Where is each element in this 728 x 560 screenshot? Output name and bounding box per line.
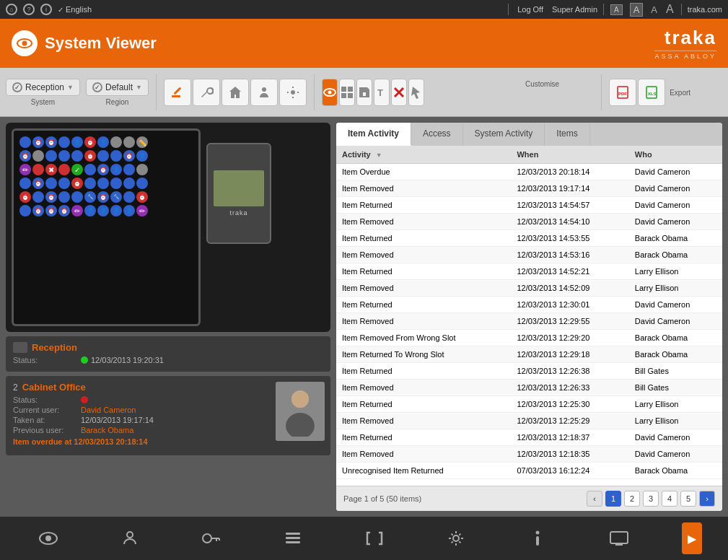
edit-tool-button[interactable] bbox=[164, 79, 191, 106]
page-1-button[interactable]: 1 bbox=[605, 491, 621, 507]
slot bbox=[71, 150, 83, 162]
who-cell: David Cameron bbox=[629, 429, 722, 446]
tab-item-activity[interactable]: Item Activity bbox=[336, 123, 411, 146]
grid-button[interactable] bbox=[339, 79, 355, 106]
slot: ✏ bbox=[19, 164, 31, 175]
col-activity[interactable]: Activity ▼ bbox=[336, 146, 511, 164]
table-row[interactable]: Item Removed 12/03/2013 12:29:55 David C… bbox=[336, 313, 722, 330]
person-tool-button[interactable] bbox=[250, 79, 278, 106]
bottom-bracket-button[interactable] bbox=[353, 520, 396, 556]
tab-access[interactable]: Access bbox=[411, 123, 463, 146]
table-row[interactable]: Item Returned To Wrong Slot 12/03/2013 1… bbox=[336, 346, 722, 363]
next-page-button[interactable]: › bbox=[699, 491, 715, 507]
font-size-icon: A bbox=[651, 4, 657, 15]
table-row[interactable]: Unrecognised Item Returned 07/03/2013 16… bbox=[336, 463, 722, 479]
system-selector[interactable]: ✓ Reception ▼ System bbox=[6, 79, 80, 106]
when-cell: 12/03/2013 12:29:55 bbox=[511, 313, 628, 330]
bottom-key-button[interactable] bbox=[190, 520, 233, 556]
slot bbox=[97, 150, 109, 162]
tab-system-activity[interactable]: System Activity bbox=[463, 123, 545, 146]
activity-cell: Item Returned bbox=[336, 429, 511, 446]
cabinet-info-panel: 2 Cabinet Office Status: Current user: D… bbox=[6, 376, 330, 455]
cabinet-visual: ⏰ ⏰ 👤 ⏰ 👤 ✏️ ⏰ ⏰ bbox=[6, 123, 330, 332]
svg-rect-32 bbox=[615, 543, 623, 546]
who-cell: David Cameron bbox=[629, 297, 722, 313]
table-row[interactable]: Item Overdue 12/03/2013 20:18:14 David C… bbox=[336, 164, 722, 180]
right-panel: Item Activity Access System Activity Ite… bbox=[336, 123, 722, 511]
table-row[interactable]: Item Removed 12/03/2013 12:25:29 Larry E… bbox=[336, 413, 722, 429]
col-when[interactable]: When bbox=[511, 146, 628, 164]
reader-unit: traka bbox=[206, 143, 271, 244]
activity-cell: Item Removed bbox=[336, 214, 511, 230]
bottom-person-button[interactable] bbox=[108, 520, 152, 556]
settings-tool-button[interactable] bbox=[279, 79, 307, 106]
slot: ⏰ bbox=[136, 191, 148, 203]
region-selector[interactable]: ✓ Default ▼ Region bbox=[86, 79, 149, 106]
pdf-button[interactable]: PDF bbox=[609, 79, 636, 106]
save-button[interactable] bbox=[356, 79, 372, 106]
page-5-button[interactable]: 5 bbox=[680, 491, 696, 507]
bottom-eye-button[interactable] bbox=[27, 520, 70, 556]
help-icon[interactable]: ? bbox=[23, 4, 35, 15]
table-row[interactable]: Item Returned 12/03/2013 14:53:55 Barack… bbox=[336, 230, 722, 247]
info-icon[interactable]: i bbox=[40, 4, 52, 15]
eye-icon bbox=[12, 30, 38, 56]
table-row[interactable]: Item Removed 12/03/2013 19:17:14 David C… bbox=[336, 180, 722, 197]
bottom-arrow-button[interactable]: ▶ bbox=[682, 522, 702, 554]
who-cell: David Cameron bbox=[629, 197, 722, 214]
table-row[interactable]: Item Removed 12/03/2013 14:54:10 David C… bbox=[336, 214, 722, 230]
table-row[interactable]: Item Removed From Wrong Slot 12/03/2013 … bbox=[336, 330, 722, 346]
table-row[interactable]: Item Removed 12/03/2013 14:53:16 Barack … bbox=[336, 247, 722, 263]
col-who[interactable]: Who bbox=[629, 146, 722, 164]
activity-cell: Item Returned bbox=[336, 363, 511, 380]
header-left: System Viewer bbox=[12, 30, 157, 56]
font-normal-button[interactable]: A bbox=[610, 4, 623, 15]
website-label: traka.com bbox=[688, 5, 722, 14]
page-4-button[interactable]: 4 bbox=[662, 491, 677, 507]
table-row[interactable]: Item Returned 12/03/2013 12:30:01 David … bbox=[336, 297, 722, 313]
slot: ✖ bbox=[45, 164, 57, 175]
slot: ⏰ bbox=[97, 191, 109, 203]
activity-cell: Item Returned bbox=[336, 396, 511, 413]
table-row[interactable]: Item Removed 12/03/2013 14:52:09 Larry E… bbox=[336, 280, 722, 297]
language-selector[interactable]: ✓ English bbox=[58, 5, 92, 14]
activity-cell: Item Returned bbox=[336, 297, 511, 313]
home-icon[interactable]: ⌂ bbox=[6, 4, 17, 15]
tab-items[interactable]: Items bbox=[545, 123, 589, 146]
wrench-tool-button[interactable] bbox=[193, 79, 220, 106]
page-2-button[interactable]: 2 bbox=[624, 491, 640, 507]
table-row[interactable]: Item Returned 12/03/2013 12:26:38 Bill G… bbox=[336, 363, 722, 380]
table-row[interactable]: Item Removed 12/03/2013 12:26:33 Bill Ga… bbox=[336, 380, 722, 396]
page-3-button[interactable]: 3 bbox=[643, 491, 659, 507]
table-row[interactable]: Item Returned 12/03/2013 14:54:57 David … bbox=[336, 197, 722, 214]
table-row[interactable]: Item Returned 12/03/2013 14:52:21 Larry … bbox=[336, 263, 722, 280]
when-cell: 12/03/2013 14:53:55 bbox=[511, 230, 628, 247]
bottom-list-button[interactable] bbox=[271, 520, 315, 556]
tool-item-5 bbox=[279, 79, 307, 106]
table-row[interactable]: Item Removed 12/03/2013 12:18:35 David C… bbox=[336, 446, 722, 463]
tools-group bbox=[164, 79, 307, 106]
excel-button[interactable]: XLS bbox=[638, 79, 665, 106]
activity-cell: Item Returned bbox=[336, 230, 511, 247]
bottom-gear-button[interactable] bbox=[434, 520, 478, 556]
cursor-button[interactable] bbox=[408, 79, 424, 106]
svg-point-28 bbox=[453, 535, 459, 541]
slot bbox=[84, 178, 96, 189]
table-row[interactable]: Item Returned 12/03/2013 12:25:30 Larry … bbox=[336, 396, 722, 413]
slot bbox=[110, 150, 122, 162]
table-row[interactable]: Item Returned 12/03/2013 12:18:37 David … bbox=[336, 429, 722, 446]
text-button[interactable]: T bbox=[374, 79, 390, 106]
logout-button[interactable]: Log Off bbox=[514, 4, 546, 15]
svg-rect-27 bbox=[286, 541, 300, 543]
bottom-info-button[interactable] bbox=[516, 520, 559, 556]
house-tool-button[interactable] bbox=[222, 79, 249, 106]
when-cell: 12/03/2013 14:52:21 bbox=[511, 263, 628, 280]
bottom-screen-button[interactable] bbox=[597, 520, 641, 556]
font-large-button[interactable]: A bbox=[630, 3, 644, 17]
toolbar: ✓ Reception ▼ System ✓ Default ▼ Region bbox=[0, 68, 728, 117]
delete-button[interactable] bbox=[391, 79, 407, 106]
svg-point-4 bbox=[262, 87, 266, 92]
when-cell: 12/03/2013 14:53:16 bbox=[511, 247, 628, 263]
view-button[interactable] bbox=[322, 79, 338, 106]
prev-page-button[interactable]: ‹ bbox=[587, 491, 602, 507]
